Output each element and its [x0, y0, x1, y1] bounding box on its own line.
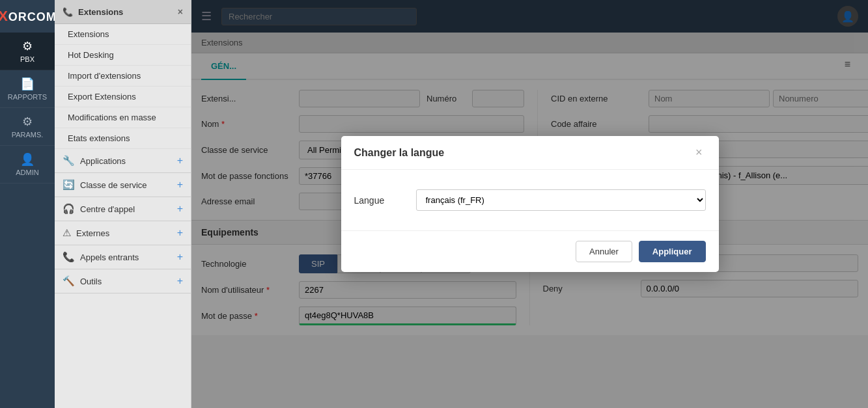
sidebar-sub-item-hot-desking[interactable]: Hot Desking	[55, 45, 191, 66]
appels-icon: 📞	[63, 251, 75, 263]
modal-body: Langue français (fr_FR) anglais (États-U…	[341, 170, 719, 230]
centre-plus-icon[interactable]: +	[177, 203, 183, 215]
modal-langue-label: Langue	[354, 195, 406, 206]
pbx-icon: ⚙	[22, 39, 33, 53]
apply-button[interactable]: Appliquer	[639, 241, 706, 262]
sidebar-sub-item-import[interactable]: Import d'extensions	[55, 66, 191, 87]
logo-rest: ORCOM	[8, 10, 57, 23]
classe-plus-icon[interactable]: +	[177, 179, 183, 191]
modal-header: Changer la langue ×	[341, 136, 719, 170]
externes-icon: ⚠	[63, 227, 71, 239]
logo: XORCOM	[0, 8, 57, 25]
sidebar-secondary-title: Extensions	[78, 7, 123, 17]
extensions-header-icon: 📞	[63, 7, 73, 17]
sidebar-section-centre-label: Centre d'appel	[80, 204, 135, 214]
sidebar-section-centre[interactable]: 🎧 Centre d'appel +	[55, 197, 191, 221]
modal-close-button[interactable]: ×	[692, 146, 706, 159]
params-icon: ⚙	[22, 115, 33, 129]
sidebar-sub-item-modifications[interactable]: Modifications en masse	[55, 107, 191, 128]
modal-backdrop: Changer la langue × Langue français (fr_…	[191, 0, 868, 408]
sidebar-sub-item-export[interactable]: Export Extensions	[55, 87, 191, 107]
applications-plus-icon[interactable]: +	[177, 155, 183, 167]
sidebar-section-classe[interactable]: 🔄 Classe de service +	[55, 173, 191, 197]
nav-item-admin[interactable]: 👤 ADMIN	[0, 146, 55, 184]
logo-x: X	[0, 8, 8, 24]
appels-plus-icon[interactable]: +	[177, 251, 183, 263]
classe-icon: 🔄	[63, 179, 75, 191]
nav-item-rapports[interactable]: 📄 RAPPORTS	[0, 70, 55, 108]
sidebar-section-appels[interactable]: 📞 Appels entrants +	[55, 245, 191, 269]
sidebar-sub-item-etats[interactable]: Etats extensions	[55, 128, 191, 149]
sidebar-section-outils-label: Outils	[80, 277, 102, 286]
sidebar-section-externes[interactable]: ⚠ Externes +	[55, 221, 191, 245]
externes-plus-icon[interactable]: +	[177, 227, 183, 239]
modal-title: Changer la langue	[354, 147, 445, 159]
sidebar-section-outils[interactable]: 🔨 Outils +	[55, 269, 191, 293]
app-wrapper: XORCOM ⚙ PBX 📄 RAPPORTS ⚙ PARAMS. 👤 ADMI…	[0, 0, 868, 408]
modal-dialog: Changer la langue × Langue français (fr_…	[341, 136, 719, 272]
cancel-button[interactable]: Annuler	[576, 241, 632, 262]
sidebar-section-appels-label: Appels entrants	[80, 252, 139, 262]
sidebar-section-applications-label: Applications	[80, 156, 126, 166]
sidebar-section-classe-label: Classe de service	[80, 180, 147, 190]
outils-plus-icon[interactable]: +	[177, 275, 183, 287]
sidebar-section-applications[interactable]: 🔧 Applications +	[55, 149, 191, 173]
nav-label-pbx: PBX	[20, 55, 35, 63]
nav-label-params: PARAMS.	[12, 131, 44, 139]
centre-icon: 🎧	[63, 203, 75, 215]
outils-icon: 🔨	[63, 275, 75, 287]
nav-item-params[interactable]: ⚙ PARAMS.	[0, 108, 55, 146]
sidebar-sub-item-extensions[interactable]: Extensions	[55, 24, 191, 45]
sidebar-section-externes-label: Externes	[76, 228, 109, 238]
nav-item-pbx[interactable]: ⚙ PBX	[0, 33, 55, 70]
modal-langue-select[interactable]: français (fr_FR) anglais (États-Unis) es…	[416, 189, 706, 211]
nav-label-rapports: RAPPORTS	[8, 93, 47, 101]
applications-icon: 🔧	[63, 155, 75, 167]
sidebar-secondary-header: 📞 Extensions ×	[55, 0, 191, 24]
logo-area: XORCOM	[0, 0, 55, 33]
main-area: ☰ 👤 Extensions GÉN... ≡	[191, 0, 868, 408]
modal-footer: Annuler Appliquer	[341, 230, 719, 272]
sidebar-main: XORCOM ⚙ PBX 📄 RAPPORTS ⚙ PARAMS. 👤 ADMI…	[0, 0, 55, 408]
admin-icon: 👤	[20, 152, 35, 167]
sidebar-close-button[interactable]: ×	[178, 7, 183, 17]
sidebar-secondary: 📞 Extensions × Extensions Hot Desking Im…	[55, 0, 191, 408]
rapports-icon: 📄	[20, 77, 35, 91]
nav-label-admin: ADMIN	[16, 169, 38, 176]
